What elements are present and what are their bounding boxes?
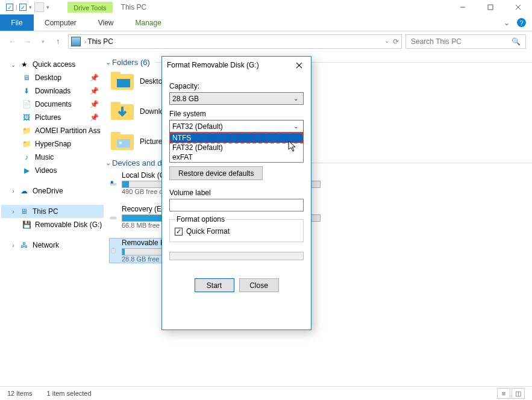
sidebar-item-hypersnap[interactable]: 📁HyperSnap — [1, 137, 104, 151]
sidebar-label: Quick access — [33, 60, 75, 69]
close-button[interactable] — [504, 0, 532, 14]
fs-option-exfat[interactable]: exFAT — [170, 152, 303, 162]
fs-option-fat32[interactable]: FAT32 (Default) — [170, 143, 303, 152]
svg-rect-1 — [488, 5, 493, 10]
maximize-button[interactable] — [477, 0, 504, 14]
sidebar-item-label: This PC — [33, 207, 58, 216]
section-label: Folders (6) — [112, 58, 150, 67]
format-progress-bar — [169, 252, 304, 260]
svg-rect-28 — [113, 248, 114, 249]
svg-rect-5 — [111, 72, 120, 77]
sidebar-item-aomei[interactable]: 📁AOMEI Partition Ass — [1, 124, 104, 137]
quick-format-checkbox[interactable]: ✓ Quick Format — [175, 227, 298, 236]
folder-desktop-icon — [110, 70, 135, 92]
dropdown-icon: ⌄ — [291, 123, 301, 130]
checkbox-checked-icon: ✓ — [175, 228, 183, 236]
quick-format-label: Quick Format — [186, 227, 230, 236]
address-dropdown-icon[interactable]: ⌄ — [384, 37, 389, 46]
svg-rect-11 — [111, 102, 120, 107]
svg-rect-16 — [111, 132, 120, 137]
chevron-right-icon[interactable]: › — [11, 188, 16, 195]
sidebar-removable-disk[interactable]: 💾Removable Disk (G:) — [1, 218, 104, 231]
network-icon: 🖧 — [19, 240, 29, 250]
breadcrumb-location[interactable]: This PC — [87, 37, 113, 46]
chevron-right-icon[interactable]: › — [11, 242, 16, 249]
capacity-combobox[interactable]: 28.8 GB ⌄ — [169, 92, 304, 105]
dialog-title-bar[interactable]: Format Removable Disk (G:) — [162, 57, 311, 73]
format-options-group: Format options ✓ Quick Format — [169, 215, 304, 242]
view-large-icons-button[interactable]: ◫ — [512, 388, 525, 399]
mouse-cursor-icon — [288, 140, 298, 152]
tab-file[interactable]: File — [0, 14, 34, 31]
navigation-pane: ⌄ ★ Quick access 🖥Desktop📌 ⬇Downloads📌 📄… — [0, 52, 104, 386]
fs-option-label: NTFS — [172, 134, 191, 142]
volume-label-input[interactable] — [169, 199, 304, 211]
file-system-dropdown: NTFS FAT32 (Default) exFAT — [169, 133, 304, 163]
svg-point-18 — [119, 142, 122, 144]
chevron-down-icon[interactable]: ⌄ — [11, 61, 16, 68]
pin-icon: 📌 — [90, 113, 104, 122]
sidebar-onedrive[interactable]: ›☁OneDrive — [1, 184, 104, 198]
tab-computer[interactable]: Computer — [34, 14, 87, 31]
close-dialog-button[interactable]: Close — [239, 278, 279, 292]
status-bar: 12 items 1 item selected ≡ ◫ — [0, 386, 532, 400]
pin-icon: 📌 — [90, 87, 104, 95]
navigation-bar: ← → ▾ ↑ › This PC ⌄ ⟳ Search This PC 🔍 — [0, 31, 532, 52]
sidebar-this-pc[interactable]: ›🖥This PC — [1, 205, 104, 218]
sidebar-item-music[interactable]: ♪Music — [1, 151, 104, 164]
quick-access-toolbar: ✓ | ✓ ▾ ▾ — [0, 2, 49, 12]
pin-icon: 📌 — [90, 73, 104, 82]
search-input[interactable]: Search This PC 🔍 — [405, 34, 526, 49]
folder-pictures-icon — [110, 131, 135, 152]
fs-option-ntfs[interactable]: NTFS — [170, 133, 303, 143]
svg-rect-6 — [117, 79, 130, 87]
chevron-down-icon[interactable]: ⌄ — [104, 159, 112, 167]
tab-view[interactable]: View — [87, 14, 125, 31]
sidebar-item-label: Pictures — [35, 113, 61, 122]
sidebar-item-label: OneDrive — [33, 187, 63, 195]
nav-up-button[interactable]: ↑ — [51, 35, 64, 48]
qat-new-folder-icon[interactable] — [34, 2, 44, 12]
svg-rect-27 — [111, 249, 115, 253]
breadcrumb-chevron-icon[interactable]: › — [84, 39, 86, 45]
monitor-icon: 🖥 — [19, 207, 29, 216]
view-details-button[interactable]: ≡ — [497, 388, 510, 399]
sidebar-item-documents[interactable]: 📄Documents📌 — [1, 98, 104, 111]
tab-manage[interactable]: Manage — [124, 14, 172, 31]
sidebar-item-label: Desktop — [35, 73, 61, 82]
refresh-icon[interactable]: ⟳ — [393, 37, 399, 46]
minimize-button[interactable] — [449, 0, 477, 14]
sidebar-network[interactable]: ›🖧Network — [1, 239, 104, 252]
sidebar-item-label: AOMEI Partition Ass — [35, 127, 101, 135]
nav-back-button[interactable]: ← — [6, 35, 19, 48]
this-pc-icon — [71, 37, 81, 46]
file-system-combobox[interactable]: FAT32 (Default) ⌄ NTFS FAT32 (Default) e… — [169, 120, 304, 133]
svg-rect-17 — [117, 139, 130, 148]
file-system-value: FAT32 (Default) — [172, 122, 223, 131]
help-icon[interactable]: ? — [517, 18, 526, 27]
address-bar[interactable]: › This PC ⌄ ⟳ — [68, 34, 402, 49]
volume-label-label: Volume label — [169, 189, 304, 197]
star-icon: ★ — [19, 60, 29, 69]
capacity-label: Capacity: — [169, 82, 304, 90]
nav-forward-button[interactable]: → — [21, 35, 34, 48]
status-selected-count: 1 item selected — [47, 390, 92, 397]
sidebar-item-videos[interactable]: ▶Videos — [1, 164, 104, 177]
downloads-icon: ⬇ — [22, 86, 31, 96]
sidebar-item-desktop[interactable]: 🖥Desktop📌 — [1, 71, 104, 84]
start-button[interactable]: Start — [195, 278, 234, 292]
nav-recent-dropdown[interactable]: ▾ — [36, 35, 49, 48]
sidebar-quick-access[interactable]: ⌄ ★ Quick access — [1, 58, 104, 71]
expand-ribbon-icon[interactable]: ⌄ — [504, 19, 510, 27]
chevron-down-icon[interactable]: ⌄ — [104, 58, 112, 66]
chevron-right-icon[interactable]: › — [11, 208, 16, 215]
sidebar-item-label: HyperSnap — [35, 140, 71, 148]
sidebar-item-downloads[interactable]: ⬇Downloads📌 — [1, 84, 104, 98]
sidebar-item-label: Videos — [35, 166, 57, 175]
hard-drive-icon — [110, 206, 117, 228]
sidebar-item-pictures[interactable]: 🖼Pictures📌 — [1, 111, 104, 124]
dialog-close-button[interactable] — [292, 59, 306, 71]
qat-properties-icon[interactable]: ✓ — [6, 4, 13, 11]
qat-checkbox-icon[interactable]: ✓ — [19, 4, 27, 11]
restore-defaults-button[interactable]: Restore device defaults — [169, 166, 263, 180]
